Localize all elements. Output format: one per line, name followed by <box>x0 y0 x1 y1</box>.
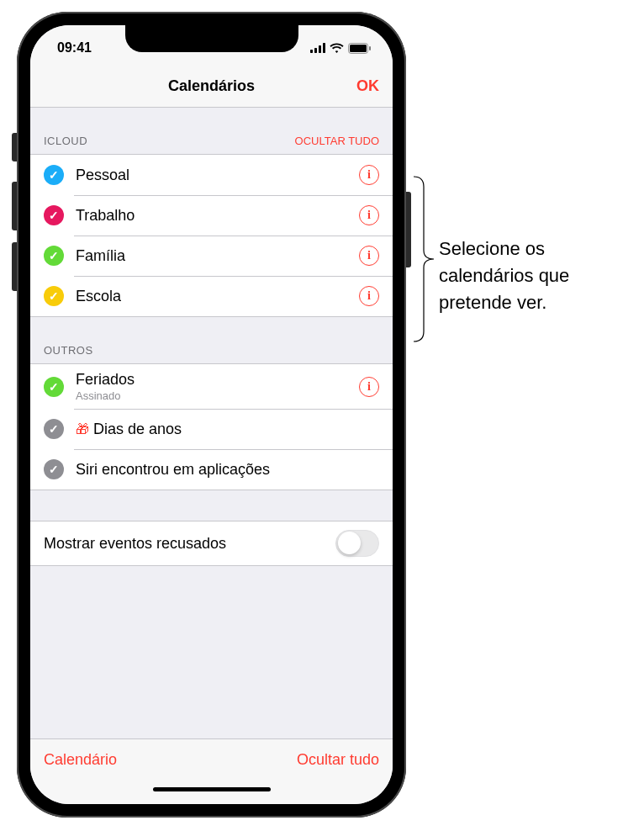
calendar-row-familia[interactable]: ✓ Família i <box>30 236 393 276</box>
icloud-header-label: ICLOUD <box>44 135 87 147</box>
outros-section-header: OUTROS <box>30 317 393 363</box>
home-indicator-area <box>30 781 393 804</box>
checkmark-icon: ✓ <box>44 419 64 439</box>
info-icon[interactable]: i <box>359 286 379 306</box>
calendar-row-escola[interactable]: ✓ Escola i <box>30 276 393 316</box>
calendar-row-trabalho[interactable]: ✓ Trabalho i <box>30 195 393 236</box>
calendar-label: 🎁︎Dias de anos <box>76 421 379 438</box>
svg-rect-1 <box>314 48 317 53</box>
toolbar: Calendário Ocultar tudo <box>30 738 393 781</box>
calendar-row-feriados[interactable]: ✓ Feriados Assinado i <box>30 364 393 409</box>
svg-rect-5 <box>350 45 367 52</box>
declined-events-row: Mostrar eventos recusados <box>30 521 393 566</box>
outros-header-label: OUTROS <box>44 344 93 357</box>
status-icons <box>310 38 371 54</box>
checkmark-icon: ✓ <box>44 377 64 397</box>
phone-frame: 09:41 Calendários OK ICLOUD OCULTAR TUDO… <box>17 12 406 818</box>
info-icon[interactable]: i <box>359 165 379 185</box>
battery-icon <box>348 43 371 54</box>
content-area: ICLOUD OCULTAR TUDO ✓ Pessoal i ✓ Trabal… <box>30 108 393 738</box>
add-calendar-button[interactable]: Calendário <box>44 751 117 769</box>
calendar-label: Família <box>76 247 359 265</box>
info-icon[interactable]: i <box>359 377 379 397</box>
side-button <box>406 192 411 267</box>
checkmark-icon: ✓ <box>44 286 64 306</box>
gift-icon: 🎁︎ <box>76 422 89 437</box>
calendar-row-pessoal[interactable]: ✓ Pessoal i <box>30 155 393 195</box>
nav-bar: Calendários OK <box>30 66 393 108</box>
icloud-section-header: ICLOUD OCULTAR TUDO <box>30 108 393 154</box>
calendar-row-siri[interactable]: ✓ Siri encontrou em aplicações <box>30 449 393 490</box>
done-button[interactable]: OK <box>356 77 379 95</box>
info-icon[interactable]: i <box>359 246 379 266</box>
checkmark-icon: ✓ <box>44 246 64 266</box>
calendar-label: Feriados <box>76 371 359 389</box>
svg-rect-6 <box>369 46 371 50</box>
svg-rect-2 <box>319 45 321 53</box>
screen: 09:41 Calendários OK ICLOUD OCULTAR TUDO… <box>30 25 393 804</box>
home-indicator[interactable] <box>153 787 271 791</box>
calendar-row-dias-de-anos[interactable]: ✓ 🎁︎Dias de anos <box>30 409 393 449</box>
calendar-label: Siri encontrou em aplicações <box>76 461 379 479</box>
hide-all-button[interactable]: Ocultar tudo <box>297 751 379 769</box>
declined-events-switch[interactable] <box>335 530 379 557</box>
calendar-label: Trabalho <box>76 207 359 225</box>
calendar-label: Pessoal <box>76 167 359 184</box>
nav-title: Calendários <box>168 77 255 95</box>
calendar-sublabel: Assinado <box>76 389 359 402</box>
checkmark-icon: ✓ <box>44 459 64 479</box>
callout-text: Selecione os calendários que pretende ve… <box>439 236 644 316</box>
checkmark-icon: ✓ <box>44 205 64 225</box>
outros-list: ✓ Feriados Assinado i ✓ 🎁︎Dias de anos ✓… <box>30 363 393 490</box>
notch <box>125 25 298 52</box>
callout-bracket <box>412 175 435 343</box>
status-time: 09:41 <box>57 35 92 56</box>
wifi-icon <box>330 43 344 53</box>
checkmark-icon: ✓ <box>44 165 64 185</box>
calendar-label: Escola <box>76 288 359 305</box>
svg-rect-0 <box>310 50 313 53</box>
info-icon[interactable]: i <box>359 205 379 225</box>
cellular-icon <box>310 43 325 53</box>
declined-events-label: Mostrar eventos recusados <box>44 535 226 553</box>
svg-rect-3 <box>323 43 325 53</box>
icloud-list: ✓ Pessoal i ✓ Trabalho i ✓ Família i ✓ E… <box>30 154 393 317</box>
hide-all-icloud-button[interactable]: OCULTAR TUDO <box>295 135 379 147</box>
